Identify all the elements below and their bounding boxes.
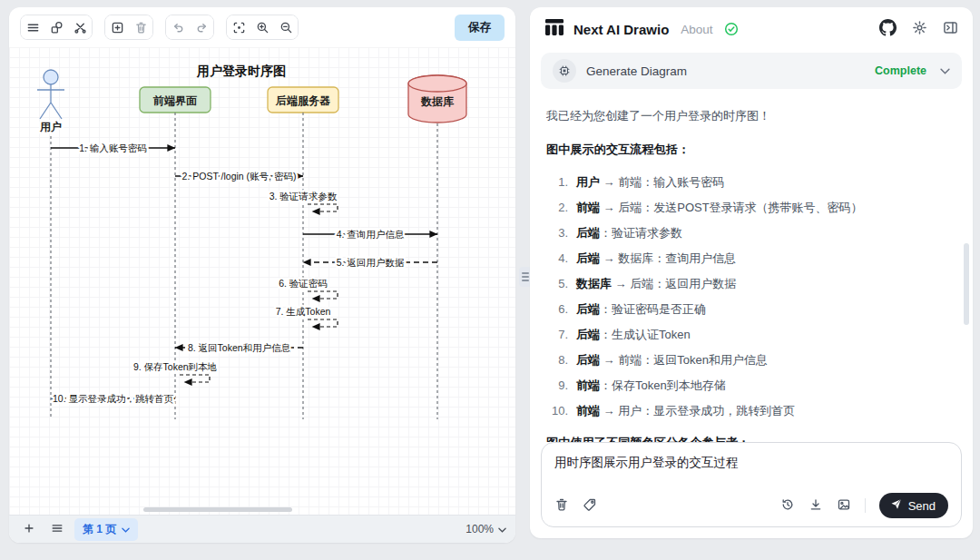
prompt-input[interactable]: 用时序图展示用户登录的交互过程 xyxy=(554,455,948,493)
self-message-arrow xyxy=(308,319,338,327)
self-message-arrow xyxy=(308,291,338,299)
hamburger-icon xyxy=(26,21,40,34)
check-circle-icon xyxy=(724,22,739,36)
chat-step: 4.后端 → 数据库：查询用户信息 xyxy=(546,250,956,268)
flow-steps-list: 1.用户 → 前端：输入账号密码2.前端 → 后端：发送POST登录请求（携带账… xyxy=(546,173,956,420)
tool-call-status: Complete xyxy=(875,64,926,77)
add-shape-button[interactable] xyxy=(105,15,129,39)
zoom-out-button[interactable] xyxy=(274,15,298,39)
app-root: { "left_panel": { "toolbar": { "save_lab… xyxy=(0,0,980,560)
message-label: 7. 生成Token xyxy=(276,306,331,317)
tool-call-label: Generate Diagram xyxy=(586,64,687,78)
panel-right-icon xyxy=(943,20,958,38)
page-selector[interactable]: 第 1 页 xyxy=(74,518,138,541)
zoom-in-button[interactable] xyxy=(250,15,274,39)
chat-scrollbar[interactable] xyxy=(964,243,969,325)
participant-user[interactable] xyxy=(37,70,64,119)
message-label: 6. 验证密码 xyxy=(279,278,328,289)
collapse-panel-button[interactable] xyxy=(943,20,958,38)
chat-message-area: 我已经为您创建了一个用户登录的时序图！ 图中展示的交互流程包括： 1.用户 → … xyxy=(530,98,973,442)
flow-heading: 图中展示的交互流程包括： xyxy=(546,141,956,159)
pages-menu-button[interactable] xyxy=(46,519,68,539)
trash-icon xyxy=(134,21,148,34)
hamburger-icon xyxy=(51,522,64,537)
message-label: 4. 查询用户信息 xyxy=(337,229,405,240)
svg-text:数据库: 数据库 xyxy=(420,95,455,108)
zoom-level-selector[interactable]: 100% xyxy=(466,523,506,535)
shapes-icon xyxy=(50,21,64,34)
app-title: Next AI Drawio xyxy=(573,22,669,37)
chat-step: 6.后端：验证密码是否正确 xyxy=(546,300,956,319)
app-logo xyxy=(544,18,564,40)
save-button[interactable]: 保存 xyxy=(455,15,505,41)
chevron-down-icon xyxy=(122,523,130,535)
cut-button[interactable] xyxy=(68,15,92,39)
chat-step: 1.用户 → 前端：输入账号密码 xyxy=(546,173,956,192)
svg-text:前端界面: 前端界面 xyxy=(152,94,197,107)
about-link[interactable]: About xyxy=(681,23,712,36)
shapes-button[interactable] xyxy=(44,15,68,39)
scissors-icon xyxy=(74,21,87,34)
chat-step: 10.前端 → 用户：显示登录成功，跳转到首页 xyxy=(546,402,956,420)
clear-button[interactable] xyxy=(554,497,569,515)
tag-button[interactable] xyxy=(583,497,597,515)
zoom-in-icon xyxy=(256,21,270,34)
chat-step: 7.后端：生成认证Token xyxy=(546,326,956,344)
message-label: 8. 返回Token和用户信息 xyxy=(188,342,291,353)
participant-backend[interactable]: 后端服务器 xyxy=(268,87,338,113)
message-label: 10. 显示登录成功，跳转首页 xyxy=(53,393,174,404)
chip-icon xyxy=(553,59,576,83)
toolbar-divider xyxy=(865,498,866,513)
plus-square-icon xyxy=(111,21,124,34)
image-button[interactable] xyxy=(837,497,851,515)
editor-panel: 保存 用户登录时序图用户前端界面后端服务器数据库1. 输入账号密码2. POST… xyxy=(9,7,515,543)
toolbar-group-zoom xyxy=(226,15,299,40)
participant-frontend[interactable]: 前端界面 xyxy=(140,87,211,113)
undo-icon xyxy=(172,21,185,34)
chat-step: 5.数据库 → 后端：返回用户数据 xyxy=(546,275,956,293)
toolbar-group-main xyxy=(20,15,93,40)
self-message-arrow xyxy=(308,204,338,211)
chevron-down-icon xyxy=(498,523,506,535)
settings-button[interactable] xyxy=(912,20,927,38)
send-label: Send xyxy=(908,499,936,513)
participant-database[interactable]: 数据库 xyxy=(408,75,466,123)
assistant-intro: 我已经为您创建了一个用户登录的时序图！ xyxy=(546,107,956,125)
zoom-out-icon xyxy=(279,21,293,34)
page-label: 第 1 页 xyxy=(83,522,116,537)
diagram-canvas[interactable]: 用户登录时序图用户前端界面后端服务器数据库1. 输入账号密码2. POST /l… xyxy=(9,47,515,515)
message-label: 9. 保存Token到本地 xyxy=(133,361,217,372)
chat-step: 3.后端：验证请求参数 xyxy=(546,224,956,242)
chevron-down-icon[interactable] xyxy=(940,68,950,74)
canvas-bottom-bar: 第 1 页 100% xyxy=(9,515,515,543)
colors-heading: 图中使用了不同颜色区分各个参与者： xyxy=(546,434,956,442)
menu-button[interactable] xyxy=(21,15,44,39)
chat-panel: Next AI Drawio About Generate Diagram Co… xyxy=(530,7,973,538)
horizontal-scrollbar[interactable] xyxy=(143,507,292,512)
undo-button[interactable] xyxy=(166,15,190,39)
tool-call-card[interactable]: Generate Diagram Complete xyxy=(541,53,962,89)
history-icon xyxy=(780,497,795,515)
chat-step: 9.前端：保存Token到本地存储 xyxy=(546,377,956,395)
toolbar-group-history xyxy=(165,15,214,40)
chat-step: 2.前端 → 后端：发送POST登录请求（携带账号、密码） xyxy=(546,199,956,217)
redo-button[interactable] xyxy=(190,15,213,39)
github-button[interactable] xyxy=(879,19,897,39)
prompt-input-card: 用时序图展示用户登录的交互过程 Send xyxy=(541,442,962,527)
delete-button[interactable] xyxy=(129,15,152,39)
gear-icon xyxy=(912,20,927,38)
zoom-level: 100% xyxy=(466,523,494,535)
sequence-diagram[interactable]: 用户登录时序图用户前端界面后端服务器数据库1. 输入账号密码2. POST /l… xyxy=(9,47,515,515)
chat-header: Next AI Drawio About xyxy=(530,7,973,51)
grip-icon xyxy=(522,272,529,281)
plus-icon xyxy=(23,522,35,537)
svg-text:后端服务器: 后端服务器 xyxy=(275,94,330,107)
redo-icon xyxy=(195,21,209,34)
send-button[interactable]: Send xyxy=(879,493,948,518)
message-label: 2. POST /login (账号, 密码) xyxy=(182,171,297,182)
history-button[interactable] xyxy=(780,497,795,515)
fit-view-button[interactable] xyxy=(227,15,250,39)
add-page-button[interactable] xyxy=(18,519,40,539)
diagram-title: 用户登录时序图 xyxy=(196,64,286,78)
download-button[interactable] xyxy=(808,497,823,515)
